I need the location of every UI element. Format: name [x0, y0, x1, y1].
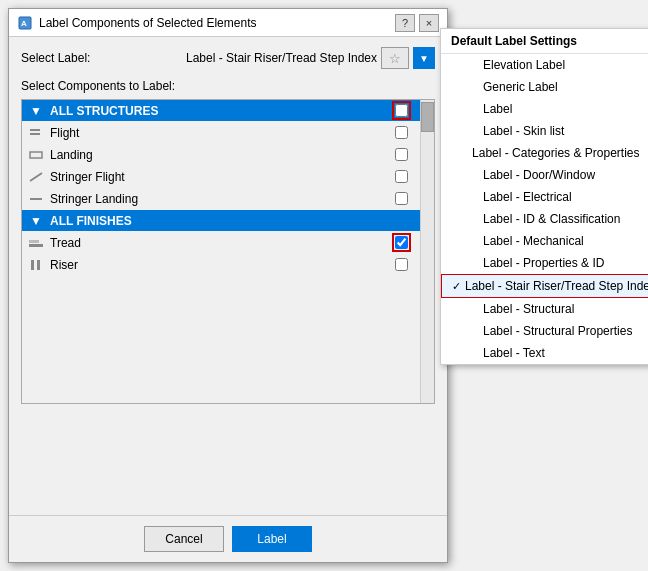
landing-checkbox[interactable] — [395, 148, 408, 161]
dialog-title: Label Components of Selected Elements — [39, 16, 256, 30]
row-label: Landing — [46, 148, 386, 162]
row-label: Tread — [46, 236, 386, 250]
checkbox-area[interactable] — [386, 148, 416, 161]
svg-rect-8 — [29, 240, 39, 243]
dropdown-item-label: Label - Text — [483, 346, 545, 360]
dropdown-item-skin-list[interactable]: Label - Skin list — [441, 120, 648, 142]
help-button[interactable]: ? — [395, 14, 415, 32]
svg-rect-7 — [29, 244, 43, 247]
table-row: ▼ ALL STRUCTURES — [22, 100, 420, 122]
stringer-landing-checkbox[interactable] — [395, 192, 408, 205]
components-table: ▼ ALL STRUCTURES Flight — [21, 99, 435, 404]
check-icon — [465, 147, 468, 159]
dropdown-item-categories[interactable]: Label - Categories & Properties — [441, 142, 648, 164]
svg-rect-9 — [31, 260, 34, 270]
select-components-label: Select Components to Label: — [21, 79, 435, 93]
tread-icon — [26, 233, 46, 253]
check-icon — [465, 125, 479, 137]
dropdown-item-structural-properties[interactable]: Label - Structural Properties — [441, 320, 648, 342]
dropdown-item-door-window[interactable]: Label - Door/Window — [441, 164, 648, 186]
checkbox-area[interactable] — [386, 126, 416, 139]
table-scrollbar[interactable] — [420, 100, 434, 403]
dropdown-item-structural[interactable]: Label - Structural — [441, 298, 648, 320]
table-row: Stringer Landing — [22, 188, 420, 210]
dropdown-item-mechanical[interactable]: Label - Mechanical — [441, 230, 648, 252]
titlebar-buttons: ? × — [395, 14, 439, 32]
riser-checkbox[interactable] — [395, 258, 408, 271]
all-structures-checkbox[interactable] — [395, 104, 408, 117]
flight-checkbox[interactable] — [395, 126, 408, 139]
dropdown-item-label: Label - ID & Classification — [483, 212, 620, 226]
expand-icon: ▼ — [26, 101, 46, 121]
dropdown-item-elevation-label[interactable]: Elevation Label — [441, 54, 648, 76]
dropdown-menu: Default Label Settings Elevation Label G… — [440, 28, 648, 365]
dropdown-item-label: Label — [483, 102, 512, 116]
riser-icon — [26, 255, 46, 275]
select-label-text: Select Label: — [21, 51, 90, 65]
dropdown-item-generic-label[interactable]: Generic Label — [441, 76, 648, 98]
table-row: Riser — [22, 254, 420, 276]
dropdown-item-electrical[interactable]: Label - Electrical — [441, 186, 648, 208]
flight-icon — [26, 123, 46, 143]
expand-icon: ▼ — [26, 211, 46, 231]
check-icon — [465, 191, 479, 203]
row-label: Flight — [46, 126, 386, 140]
svg-line-5 — [30, 173, 42, 181]
star-button[interactable]: ☆ — [381, 47, 409, 69]
dropdown-item-label: Label - Categories & Properties — [472, 146, 639, 160]
dropdown-item-label: Label - Electrical — [483, 190, 572, 204]
row-label: ALL STRUCTURES — [46, 104, 386, 118]
row-label: Stringer Flight — [46, 170, 386, 184]
row-label: Stringer Landing — [46, 192, 386, 206]
scrollbar-thumb[interactable] — [421, 102, 434, 132]
close-button[interactable]: × — [419, 14, 439, 32]
checkbox-area[interactable] — [386, 192, 416, 205]
label-dropdown-arrow-button[interactable]: ▼ — [413, 47, 435, 69]
cancel-button[interactable]: Cancel — [144, 526, 224, 552]
checkmark-icon: ✓ — [452, 280, 461, 293]
table-row: Landing — [22, 144, 420, 166]
tread-checkbox[interactable] — [395, 236, 408, 249]
dropdown-item-id-classification[interactable]: Label - ID & Classification — [441, 208, 648, 230]
table-row: Tread — [22, 232, 420, 254]
label-dropdown-container: Label - Stair Riser/Tread Step Index ☆ ▼ — [186, 47, 435, 69]
check-icon — [465, 235, 479, 247]
table-row: Stringer Flight — [22, 166, 420, 188]
dialog-footer: Cancel Label — [9, 515, 447, 562]
dropdown-item-label: Label - Mechanical — [483, 234, 584, 248]
check-icon — [465, 303, 479, 315]
svg-text:A: A — [21, 19, 27, 28]
checked-highlight-box — [392, 233, 411, 252]
dropdown-item-label-text[interactable]: Label - Text — [441, 342, 648, 364]
landing-icon — [26, 145, 46, 165]
svg-rect-2 — [30, 129, 40, 131]
checkbox-area[interactable] — [386, 258, 416, 271]
checkbox-area[interactable] — [386, 170, 416, 183]
row-label: ALL FINISHES — [46, 214, 386, 228]
check-icon — [465, 347, 479, 359]
row-label: Riser — [46, 258, 386, 272]
dropdown-item-label: Label - Skin list — [483, 124, 564, 138]
checkbox-area[interactable] — [386, 233, 416, 252]
dropdown-item-stair-riser[interactable]: ✓ Label - Stair Riser/Tread Step Index — [441, 274, 648, 298]
select-label-row: Select Label: Label - Stair Riser/Tread … — [21, 47, 435, 69]
dropdown-item-label: Generic Label — [483, 80, 558, 94]
stringer-flight-icon — [26, 167, 46, 187]
check-icon — [465, 325, 479, 337]
dropdown-item-label: Label - Structural — [483, 302, 574, 316]
check-icon — [465, 257, 479, 269]
dropdown-item-label: Label - Properties & ID — [483, 256, 604, 270]
check-icon — [465, 213, 479, 225]
label-button[interactable]: Label — [232, 526, 312, 552]
checkbox-area[interactable] — [386, 101, 416, 120]
stringer-flight-checkbox[interactable] — [395, 170, 408, 183]
dropdown-item-properties-id[interactable]: Label - Properties & ID — [441, 252, 648, 274]
dropdown-menu-header: Default Label Settings — [441, 29, 648, 54]
dropdown-item-label: Elevation Label — [483, 58, 565, 72]
svg-rect-10 — [37, 260, 40, 270]
table-row: Flight — [22, 122, 420, 144]
dialog-icon: A — [17, 15, 33, 31]
svg-rect-3 — [30, 133, 40, 135]
dropdown-item-label: Label - Structural Properties — [483, 324, 632, 338]
dropdown-item-label[interactable]: Label — [441, 98, 648, 120]
